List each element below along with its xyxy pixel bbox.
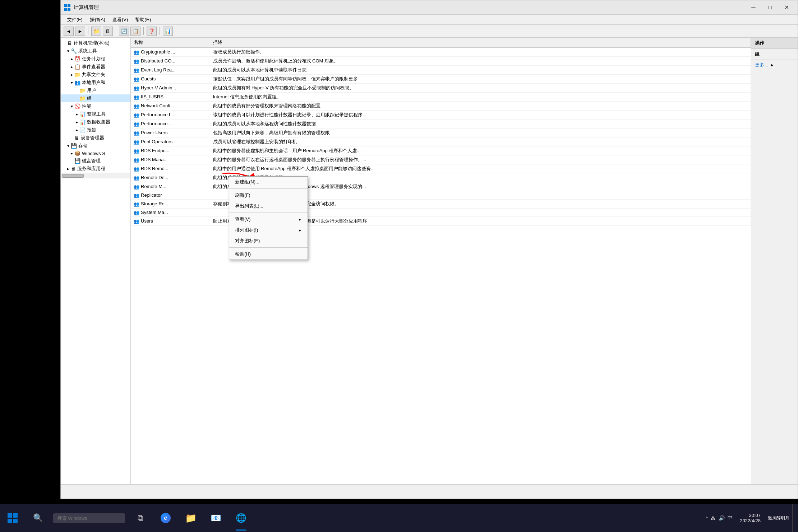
mail-icon: 📧 (211, 513, 221, 523)
forward-button[interactable]: ► (75, 27, 85, 36)
actions-more[interactable]: 更多... ► (751, 60, 798, 70)
table-row[interactable]: 👥Remote M... 此组的成员可以通过管理协议(例如，通过 Windows… (131, 182, 751, 191)
tree-services[interactable]: ► 🖥 服务和应用程 (61, 165, 130, 173)
tree-local-users[interactable]: ▼ 👥 本地用户和 (61, 79, 130, 87)
row-name-cell: 👥Remote De... (131, 173, 210, 182)
table-row[interactable]: 👥System Ma... (131, 209, 751, 217)
scrollbar-thumb[interactable] (62, 174, 84, 178)
show-desktop-button[interactable] (792, 504, 798, 532)
row-desc-cell: 按默认值，来宾跟用户组的成员有同等访问权，但来宾帐户的限制更多 (210, 75, 751, 84)
taskbar-network[interactable]: 🌐 (229, 504, 254, 532)
context-menu-item[interactable]: 帮助(H) (229, 249, 308, 260)
volume-icon[interactable]: 🔊 (719, 515, 725, 521)
context-menu-separator (229, 247, 308, 248)
tree-reports[interactable]: ► 📄 报告 (61, 126, 130, 134)
tree-disk-management[interactable]: 💾 磁盘管理 (61, 157, 130, 165)
tree-monitor-tools[interactable]: ► 📊 监视工具 (61, 110, 130, 118)
context-menu-item[interactable]: 对齐图标(E) (229, 235, 308, 246)
context-menu-item[interactable]: 新建组(N)... (229, 177, 308, 187)
tree-computer-management[interactable]: 🖥 计算机管理(本地) (61, 39, 130, 47)
table-row[interactable]: 👥Performance L... 该组中的成员可以计划进行性能计数器日志记录、… (131, 111, 751, 120)
tree-data-collector[interactable]: ► 📊 数据收集器 (61, 118, 130, 126)
table-row[interactable]: 👥Distributed CO... 成员允许启动、激活和使用此计算机上的分布式… (131, 57, 751, 66)
col-name[interactable]: 名称 (131, 38, 210, 47)
table-row[interactable]: 👥Cryptographic ... 授权成员执行加密操作。 (131, 47, 751, 57)
group-icon: 👥 (134, 157, 139, 163)
start-button[interactable] (0, 504, 25, 532)
tree-system-tools[interactable]: ▼ 🔧 系统工具 (61, 47, 130, 55)
back-button[interactable]: ◄ (64, 27, 74, 36)
col-desc[interactable]: 描述 (210, 38, 751, 47)
computer-button[interactable]: 🖥 (103, 27, 113, 36)
context-menu-item[interactable]: 导出列表(L)... (229, 201, 308, 211)
tree-task-scheduler[interactable]: ► ⏰ 任务计划程 (61, 55, 130, 63)
tree-windows-storage[interactable]: ► 📦 Windows S (61, 150, 130, 157)
taskbar-ie[interactable]: e (153, 504, 178, 532)
export-button[interactable]: 📋 (130, 27, 140, 36)
table-row[interactable]: 👥Power Users 包括高级用户以向下兼容，高级用户拥有有限的管理权限 (131, 129, 751, 137)
tree-event-viewer[interactable]: ► 📋 事件查看器 (61, 63, 130, 71)
lang-indicator[interactable]: 中 (728, 515, 733, 521)
clock-date: 2022/4/28 (740, 518, 761, 523)
table-row[interactable]: 👥Network Confi... 此组中的成员有部分管理权限来管理网络功能的配… (131, 102, 751, 111)
row-desc-cell: 此组中的服务器使虚拟机和主机会话，用户 RemoteApp 程序和个人虚... (210, 146, 751, 155)
taskbar-search-icon[interactable]: 🔍 (25, 504, 50, 532)
table-row[interactable]: 👥Event Log Rea... 此组的成员可以从本地计算机中读取事件日志 (131, 66, 751, 75)
table-row[interactable]: 👥RDS Remo... 此组中的用户通过使用 RemoteApp 程序和个人虚… (131, 164, 751, 173)
close-button[interactable]: ✕ (778, 2, 795, 13)
tree-storage[interactable]: ▼ 💾 存储 (61, 142, 130, 150)
row-name-cell: 👥Cryptographic ... (131, 47, 210, 57)
menu-action[interactable]: 操作(A) (86, 16, 109, 24)
help-button[interactable]: ❓ (147, 27, 157, 36)
view-button[interactable]: 📊 (163, 27, 173, 36)
show-hidden-icons-button[interactable]: ^ (706, 516, 708, 520)
up-button[interactable]: 📁 (91, 27, 101, 36)
task-view-button[interactable]: ⧉ (128, 504, 153, 532)
table-row[interactable]: 👥RDS Endpo... 此组中的服务器使虚拟机和主机会话，用户 Remote… (131, 146, 751, 155)
table-row[interactable]: 👥RDS Mana... 此组中的服务器可以在运行远程桌面服务的服务器上执行例程… (131, 155, 751, 164)
taskbar-mail[interactable]: 📧 (203, 504, 229, 532)
tree-shared-folders[interactable]: ► 📁 共享文件夹 (61, 71, 130, 79)
table-row[interactable]: 👥Guests 按默认值，来宾跟用户组的成员有同等访问权，但来宾帐户的限制更多 (131, 75, 751, 84)
tree-groups[interactable]: 📁 组 (61, 94, 130, 102)
taskbar-folder[interactable]: 📁 (178, 504, 203, 532)
tree-panel: 🖥 计算机管理(本地) ▼ 🔧 系统工具 ► ⏰ 任务计划程 ► 📋 事件查看器 (61, 38, 131, 484)
table-row[interactable]: 👥Hyper-V Admin... 此组的成员拥有对 Hyper-V 所有功能的… (131, 84, 751, 93)
menu-file[interactable]: 文件(F) (64, 16, 86, 24)
row-name-cell: 👥Remote M... (131, 182, 210, 191)
restore-button[interactable]: □ (762, 2, 778, 13)
group-icon: 👥 (134, 219, 139, 224)
table-row[interactable]: 👥Remote De... 此组的成员被授予远程登录的权限 (131, 173, 751, 182)
group-icon: 👥 (134, 59, 139, 64)
horizontal-scrollbar[interactable] (61, 173, 130, 178)
taskbar-clock[interactable]: 20:07 2022/4/28 (735, 513, 765, 523)
menu-view[interactable]: 查看(V) (109, 16, 132, 24)
refresh-button[interactable]: 🔄 (119, 27, 129, 36)
context-menu-item[interactable]: 刷新(F) (229, 190, 308, 201)
title-controls: ─ □ ✕ (745, 2, 795, 13)
tree-performance[interactable]: ▼ 🚫 性能 (61, 102, 130, 110)
toolbar: ◄ ► 📁 🖥 🔄 📋 ❓ 📊 (61, 25, 798, 38)
context-menu-item[interactable]: 排列图标(I)► (229, 225, 308, 235)
svg-rect-0 (64, 4, 67, 7)
group-icon: 👥 (134, 166, 139, 172)
tree-users[interactable]: 📁 用户 (61, 87, 130, 94)
menu-help[interactable]: 帮助(H) (132, 16, 154, 24)
table-row[interactable]: 👥Storage Re... 存储副本管理员拥有对本所有功能的不受限的完全访问权… (131, 200, 751, 209)
tree-device-manager[interactable]: 🖥 设备管理器 (61, 134, 130, 142)
user-notification[interactable]: 遨风醉明月 (765, 515, 792, 521)
table-row[interactable]: 👥Print Operators 成员可以管理在域控制器上安装的打印机 (131, 137, 751, 146)
group-icon: 👥 (134, 184, 139, 190)
table-row[interactable]: 👥Replicator (131, 191, 751, 200)
table-row[interactable]: 👥Performance ... 此组的成员可以从本地和远程访问性能计数器数据 (131, 120, 751, 129)
row-name-cell: 👥IIS_IUSRS (131, 93, 210, 102)
row-desc-cell: 此组的成员拥有对 Hyper-V 所有功能的完全且不受限制的访问权限。 (210, 84, 751, 93)
network-tray-icon[interactable]: 🖧 (711, 515, 716, 521)
minimize-button[interactable]: ─ (745, 2, 762, 13)
table-row[interactable]: 👥IIS_IUSRS Internet 信息服务使用的内置组。 (131, 93, 751, 102)
table-row[interactable]: 👥Users 防止用户进行有意或无意的系统范围的更改，但是可以运行大部分应用程序 (131, 217, 751, 226)
group-icon: 👥 (134, 112, 139, 118)
search-input[interactable] (53, 513, 125, 523)
context-menu-item[interactable]: 查看(V)► (229, 214, 308, 225)
row-desc-cell: 包括高级用户以向下兼容，高级用户拥有有限的管理权限 (210, 129, 751, 137)
